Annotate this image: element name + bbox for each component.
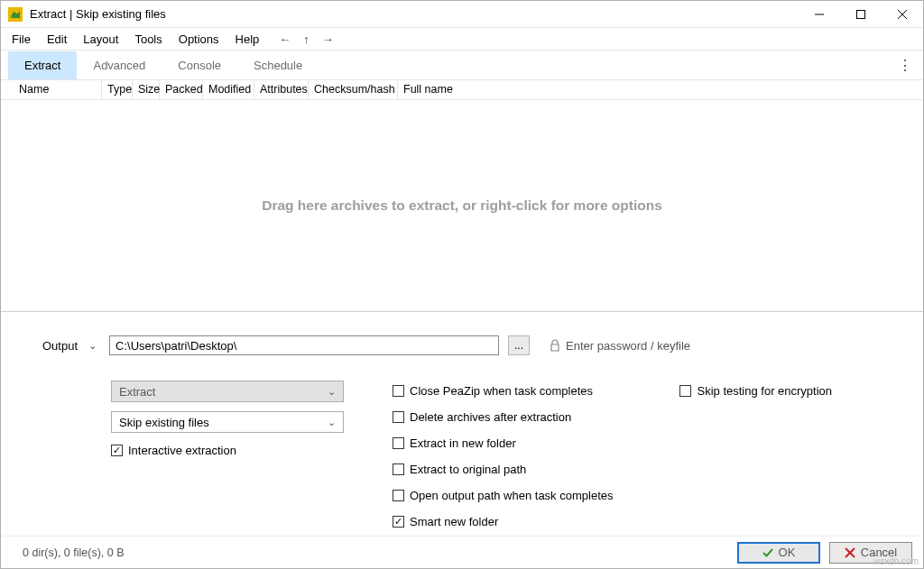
middle-checkbox-list: Close PeaZip when task completes Delete … [393,381,613,528]
ok-button[interactable]: OK [737,542,820,564]
left-controls: Extract ⌄ Skip existing files ⌄ Interact… [111,381,344,457]
menu-help[interactable]: Help [228,31,267,48]
original-path-checkbox[interactable]: Extract to original path [393,463,613,476]
skip-testing-checkbox[interactable]: Skip testing for encryption [679,384,832,398]
browse-output-button[interactable]: ... [508,335,530,355]
menu-edit[interactable]: Edit [40,31,74,48]
checkbox-icon [393,463,404,475]
checkbox-icon [679,385,691,397]
output-dropdown-caret[interactable]: ⌄ [88,340,97,352]
checkbox-icon [393,411,404,423]
close-button[interactable] [882,1,923,27]
drop-hint: Drag here archives to extract, or right-… [262,197,662,214]
app-icon [8,7,23,22]
nav-back[interactable]: ← [273,31,296,48]
close-on-complete-checkbox[interactable]: Close PeaZip when task completes [393,384,613,398]
output-label: Output [42,339,78,353]
more-options-button[interactable]: ⋮ [894,57,916,74]
maximize-button[interactable] [840,1,882,27]
right-checkbox-list: Skip testing for encryption [679,381,832,398]
close-label: Close PeaZip when task completes [410,384,593,398]
menu-file[interactable]: File [5,31,38,48]
output-path-input[interactable] [109,335,499,355]
password-link-label: Enter password / keyfile [566,339,690,353]
openoutput-label: Open output path when task completes [410,489,613,502]
tab-console[interactable]: Console [162,51,237,79]
action-combo[interactable]: Extract ⌄ [111,381,344,402]
menubar: File Edit Layout Tools Options Help ← ↑ … [1,28,923,50]
minimize-button[interactable] [799,1,840,27]
svg-rect-2 [857,10,865,18]
column-headers: Name Type Size Packed Modified Attribute… [1,80,923,100]
status-text: 0 dir(s), 0 file(s), 0 B [23,546,125,559]
original-label: Extract to original path [410,463,526,476]
nav-up[interactable]: ↑ [298,31,315,48]
delete-label: Delete archives after extraction [410,410,571,424]
statusbar: 0 dir(s), 0 file(s), 0 B OK Cancel [1,536,923,568]
titlebar: Extract | Skip existing files [1,1,923,28]
mode-combo[interactable]: Skip existing files ⌄ [111,411,344,433]
chevron-down-icon: ⌄ [328,417,336,428]
interactive-label: Interactive extraction [128,444,236,457]
menu-tools[interactable]: Tools [127,31,169,48]
options-panel: Output ⌄ ... Enter password / keyfile Ex… [1,312,923,536]
newfolder-label: Extract in new folder [410,436,516,450]
menu-options[interactable]: Options [171,31,226,48]
checkbox-icon [393,490,404,501]
col-attributes[interactable]: Attributes [254,80,309,99]
drop-area[interactable]: Drag here archives to extract, or right-… [1,100,923,311]
tabbar: Extract Advanced Console Schedule ⋮ [1,50,923,80]
tab-schedule[interactable]: Schedule [237,51,319,79]
col-name[interactable]: Name [1,80,102,99]
skiptest-label: Skip testing for encryption [697,384,832,398]
open-output-checkbox[interactable]: Open output path when task completes [393,489,613,502]
delete-after-checkbox[interactable]: Delete archives after extraction [393,410,613,424]
smart-label: Smart new folder [410,515,498,528]
enter-password-link[interactable]: Enter password / keyfile [550,339,690,353]
col-checksum[interactable]: Checksum/hash [309,80,398,99]
checkbox-icon [393,437,404,449]
col-modified[interactable]: Modified [203,80,254,99]
window-title: Extract | Skip existing files [30,7,799,21]
checkbox-icon [393,385,404,397]
mode-combo-label: Skip existing files [119,416,209,429]
col-packed[interactable]: Packed [160,80,203,99]
lock-icon [550,339,560,352]
nav-forward[interactable]: → [317,31,339,48]
col-fullname[interactable]: Full name [398,80,923,99]
check-icon [762,547,773,558]
smart-folder-checkbox[interactable]: Smart new folder [393,515,613,528]
action-combo-label: Extract [119,385,155,399]
menu-layout[interactable]: Layout [76,31,125,48]
checkbox-icon [393,516,404,528]
chevron-down-icon: ⌄ [328,386,336,398]
ok-label: OK [779,546,796,559]
x-icon [845,547,855,558]
tab-advanced[interactable]: Advanced [77,51,162,79]
tab-extract[interactable]: Extract [8,51,77,79]
col-type[interactable]: Type [102,80,133,99]
new-folder-checkbox[interactable]: Extract in new folder [393,436,613,450]
watermark: wsxdn.com [873,556,919,566]
checkbox-icon [111,445,123,456]
interactive-extraction-checkbox[interactable]: Interactive extraction [111,444,344,457]
col-size[interactable]: Size [133,80,160,99]
